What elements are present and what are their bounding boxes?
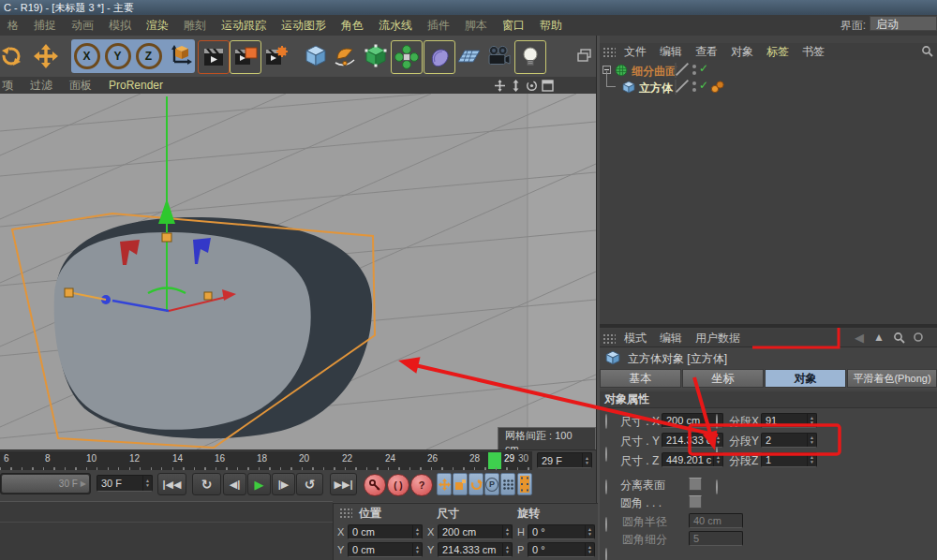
horizontal-splitter[interactable] <box>600 324 937 328</box>
stepper[interactable] <box>585 525 594 538</box>
menu-mesh[interactable]: 格 <box>0 18 26 34</box>
previous-frame-button[interactable]: ◀| <box>223 473 246 495</box>
lock-z-button[interactable]: Z <box>133 39 164 73</box>
play-button[interactable]: ▶ <box>247 473 271 495</box>
stepper[interactable] <box>713 453 722 466</box>
current-frame-field[interactable]: 29 F <box>537 452 592 468</box>
position-y-field[interactable]: 0 cm <box>348 542 423 557</box>
keyframe-selection-button[interactable]: ? <box>410 474 433 496</box>
add-primitive-button[interactable] <box>301 40 331 72</box>
om-menu-edit[interactable]: 编辑 <box>653 44 689 60</box>
frame-spinner-field[interactable]: 30 F <box>97 475 153 492</box>
enable-check-icon[interactable] <box>699 62 708 75</box>
render-visibility-dot[interactable] <box>692 71 696 75</box>
grip-icon[interactable] <box>602 47 616 57</box>
seg-x-field[interactable]: 91 <box>761 413 817 428</box>
stepper[interactable] <box>502 525 512 538</box>
object-name-cube[interactable]: 立方体 <box>639 81 673 96</box>
fillet-checkbox[interactable] <box>689 495 702 508</box>
seg-z-field[interactable]: 1 <box>761 452 817 467</box>
goto-start-button[interactable]: |◀◀ <box>157 473 186 495</box>
move-tool-button[interactable] <box>31 40 61 72</box>
record-keyframe-button[interactable] <box>364 474 386 496</box>
tab-object[interactable]: 对象 <box>765 369 846 388</box>
render-visibility-dot[interactable] <box>692 88 696 92</box>
autokey-button[interactable]: ( ) <box>387 474 409 496</box>
stepper[interactable] <box>582 453 591 467</box>
menu-script[interactable]: 脚本 <box>457 18 495 34</box>
viewport-orbit-icon[interactable] <box>525 79 539 93</box>
viewport-menu-filter[interactable]: 过滤 <box>22 78 61 94</box>
rotation-h-field[interactable]: 0 ° <box>528 524 595 539</box>
viewport-pan-icon[interactable] <box>493 79 507 93</box>
record-radio[interactable] <box>716 414 718 429</box>
menu-animate[interactable]: 动画 <box>64 18 101 34</box>
stepper[interactable] <box>502 543 512 556</box>
history-back-icon[interactable]: ◀ <box>855 331 864 345</box>
key-pla-button[interactable] <box>500 473 515 495</box>
menu-plugins[interactable]: 插件 <box>420 18 457 34</box>
deformer-button[interactable] <box>424 40 455 74</box>
size-y-field[interactable]: 214.333 c <box>662 433 723 448</box>
timeline-ruler[interactable]: 6 8 10 12 14 16 18 20 22 24 26 28 29 30 <box>0 451 532 470</box>
timeline-range-slider[interactable]: 30 F ▶ <box>0 473 91 494</box>
stepper[interactable] <box>807 434 816 447</box>
menu-render[interactable]: 渲染 <box>139 18 176 34</box>
rotate-tool-button[interactable] <box>0 40 26 72</box>
viewport-3d[interactable]: 网格间距 : 100 cm <box>0 94 596 449</box>
stepper[interactable] <box>807 414 816 427</box>
light-button[interactable] <box>514 40 546 74</box>
layer-toggle-cube[interactable] <box>675 80 677 95</box>
menu-snap[interactable]: 捕捉 <box>26 18 64 34</box>
om-menu-bookmarks[interactable]: 书签 <box>796 44 831 60</box>
position-x-field[interactable]: 0 cm <box>348 524 423 539</box>
object-row-cube[interactable]: 立方体 <box>600 79 937 96</box>
record-radio[interactable] <box>605 479 607 494</box>
record-radio[interactable] <box>716 479 718 494</box>
grip-icon[interactable] <box>602 333 616 344</box>
render-picture-viewer-button[interactable] <box>230 40 261 74</box>
render-settings-button[interactable] <box>261 40 291 72</box>
grip-icon[interactable] <box>339 508 352 518</box>
menu-mograph[interactable]: 运动图形 <box>274 18 334 34</box>
camera-button[interactable] <box>483 40 513 72</box>
record-radio[interactable] <box>605 414 607 429</box>
size-y-field[interactable]: 214.333 cm <box>438 542 513 557</box>
interface-dropdown[interactable]: 启动 <box>870 16 937 31</box>
menu-pipeline[interactable]: 流水线 <box>371 18 420 34</box>
am-menu-userdata[interactable]: 用户数据 <box>689 331 747 346</box>
object-row-sds[interactable]: 细分曲面 <box>600 62 937 79</box>
seg-y-field[interactable]: 2 <box>761 433 817 448</box>
record-radio[interactable] <box>605 517 607 532</box>
timeline-filmstrip-button[interactable] <box>517 473 532 495</box>
stepper[interactable] <box>412 543 422 556</box>
object-properties-section[interactable]: 对象属性 <box>600 391 937 408</box>
viewport-menu-options[interactable]: 项 <box>0 78 22 94</box>
lock-y-button[interactable]: Y <box>102 39 133 73</box>
stepper[interactable] <box>807 453 816 466</box>
tab-phong[interactable]: 平滑着色(Phong) <box>847 369 937 388</box>
restore-window-icon[interactable] <box>577 49 591 65</box>
om-menu-tags[interactable]: 标签 <box>760 44 796 60</box>
pick-cursor-icon[interactable]: ▲ <box>873 331 885 344</box>
rotation-p-field[interactable]: 0 ° <box>528 542 595 557</box>
mograph-cloner-button[interactable] <box>391 40 423 74</box>
lock-x-button[interactable]: X <box>71 39 102 73</box>
stepper[interactable] <box>412 525 422 538</box>
viewport-maximize-icon[interactable] <box>541 79 555 93</box>
render-view-button[interactable] <box>198 40 230 74</box>
size-x-field[interactable]: 200 cm <box>438 524 513 539</box>
menu-sculpt[interactable]: 雕刻 <box>176 18 214 34</box>
editor-visibility-dot[interactable] <box>692 65 696 68</box>
om-search-icon[interactable] <box>921 45 933 60</box>
menu-motion-track[interactable]: 运动跟踪 <box>214 18 274 34</box>
viewport-menu-prorender[interactable]: ProRender <box>100 79 171 92</box>
playhead[interactable] <box>488 452 501 469</box>
materials-panel[interactable] <box>0 501 333 560</box>
object-name-sds[interactable]: 细分曲面 <box>632 64 677 80</box>
editor-visibility-dot[interactable] <box>692 81 696 85</box>
menu-window[interactable]: 窗口 <box>495 18 532 34</box>
environment-floor-button[interactable] <box>454 40 483 72</box>
goto-end-button[interactable]: ▶▶| <box>330 473 357 495</box>
menu-help[interactable]: 帮助 <box>532 18 570 34</box>
